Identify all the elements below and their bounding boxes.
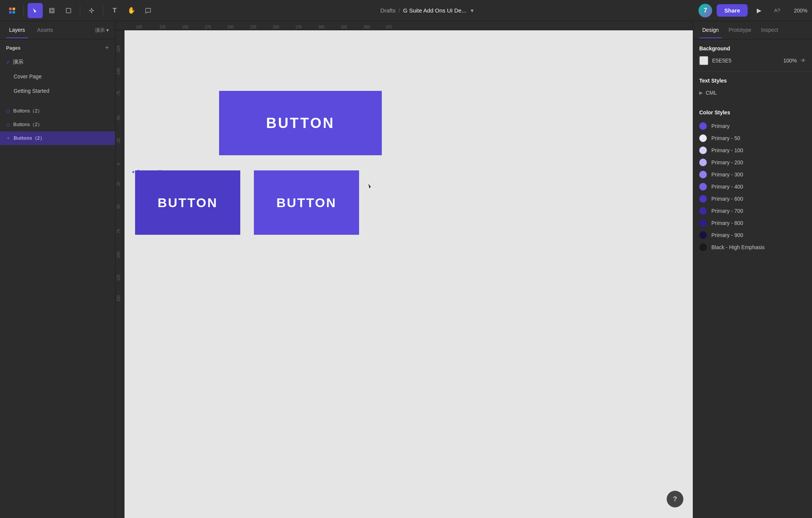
color-dot-primary-700 xyxy=(699,207,707,215)
comment-tool-button[interactable] xyxy=(140,3,156,18)
canvas-button-3[interactable]: BUTTON xyxy=(254,170,359,235)
page-yanshi-label: 演示 xyxy=(13,59,23,66)
floating-help-button[interactable]: ? xyxy=(667,491,683,507)
cml-label: CML xyxy=(706,90,717,96)
color-style-primary-600[interactable]: Primary - 600 xyxy=(699,193,806,205)
color-dot-primary-100 xyxy=(699,147,707,154)
svg-rect-7 xyxy=(50,11,51,12)
text-tool-button[interactable]: T xyxy=(107,3,122,18)
ruler-mark-375: 375 xyxy=(386,25,392,29)
breadcrumb-dropdown-arrow[interactable]: ▾ xyxy=(471,7,474,14)
color-dot-black-high xyxy=(699,243,707,251)
toolbar-sep-2 xyxy=(80,5,80,16)
layer-label-1: Buttons（2） xyxy=(13,121,42,128)
page-item-yanshi[interactable]: ✓ 演示 xyxy=(0,55,115,69)
page-item-getting-started[interactable]: Getting Started xyxy=(0,84,115,98)
ruler-left: -325 -100 -75 -50 -25 0 25 50 75 100 125… xyxy=(115,30,124,518)
ruler-mark-275: 275 xyxy=(296,25,302,29)
page-getting-started-label: Getting Started xyxy=(14,88,49,94)
color-style-primary-900[interactable]: Primary - 900 xyxy=(699,229,806,241)
layer-item-1[interactable]: ◇ Buttons（2） xyxy=(0,118,115,131)
color-dot-primary xyxy=(699,122,707,130)
visibility-toggle[interactable]: 👁 xyxy=(801,58,806,64)
color-style-primary-100[interactable]: Primary - 100 xyxy=(699,144,806,156)
cml-row[interactable]: ▶ CML xyxy=(699,88,806,97)
tab-prototype[interactable]: Prototype xyxy=(726,22,754,38)
layer-item-2[interactable]: ✦ Buttons（2） xyxy=(0,131,115,145)
help-button[interactable]: A? xyxy=(770,4,784,17)
background-opacity[interactable]: 100% xyxy=(783,58,797,64)
canvas-button-2[interactable]: BUTTON xyxy=(135,170,240,235)
background-color-swatch[interactable] xyxy=(699,56,708,65)
layers-section: ◇ Buttons（2） ◇ Buttons（2） ✦ Buttons（2） xyxy=(0,104,115,518)
app-menu-button[interactable] xyxy=(5,3,20,18)
color-style-black-high[interactable]: Black - High Emphasis xyxy=(699,241,806,253)
canvas-content[interactable]: BUTTON ✦ Buttons（2） BUTTON BUTTON xyxy=(124,30,693,518)
layer-item-0[interactable]: ◇ Buttons（2） xyxy=(0,104,115,118)
color-style-label-black-high: Black - High Emphasis xyxy=(711,244,765,250)
color-style-primary-50[interactable]: Primary - 50 xyxy=(699,132,806,144)
text-styles-title: Text Styles xyxy=(699,78,806,84)
toolbar-sep-1 xyxy=(23,5,24,16)
demo-label[interactable]: 演示 ▾ xyxy=(95,27,109,34)
canvas-area[interactable]: 100 125 150 175 200 225 250 275 300 325 … xyxy=(115,21,693,518)
color-dot-primary-50 xyxy=(699,134,707,142)
tab-assets[interactable]: Assets xyxy=(34,22,56,38)
pages-header: Pages + xyxy=(0,39,115,55)
ruler-mark-150: 150 xyxy=(182,25,188,29)
present-button[interactable]: ▶ xyxy=(752,4,766,17)
zoom-level[interactable]: 200% xyxy=(789,8,807,14)
ruler-mark-350: 350 xyxy=(364,25,370,29)
color-style-primary-400[interactable]: Primary - 400 xyxy=(699,181,806,193)
add-page-button[interactable]: + xyxy=(105,44,109,52)
page-item-cover[interactable]: Cover Page xyxy=(0,69,115,84)
diamond-icon-1: ◇ xyxy=(6,122,10,128)
shape-tool-button[interactable] xyxy=(61,3,76,18)
svg-rect-4 xyxy=(50,8,54,13)
right-panel: Design Prototype Inspect Background E5E5… xyxy=(693,21,812,518)
svg-rect-0 xyxy=(9,8,12,10)
canvas-cursor xyxy=(367,182,375,192)
cml-expand-arrow[interactable]: ▶ xyxy=(699,90,703,95)
ruler-numbers-top: 100 125 150 175 200 225 250 275 300 325 … xyxy=(124,21,693,30)
tab-layers[interactable]: Layers xyxy=(6,22,28,38)
toolbar-sep-3 xyxy=(103,5,103,16)
canvas-background xyxy=(124,30,693,518)
check-icon: ✓ xyxy=(6,59,11,65)
layer-label-0: Buttons（2） xyxy=(13,108,42,114)
tab-design[interactable]: Design xyxy=(699,22,722,38)
color-style-primary[interactable]: Primary xyxy=(699,120,806,132)
share-button[interactable]: Share xyxy=(717,4,748,17)
pen-tool-button[interactable] xyxy=(84,3,99,18)
color-style-label-primary: Primary xyxy=(711,123,730,129)
tab-inspect[interactable]: Inspect xyxy=(758,22,781,38)
color-style-label-primary-600: Primary - 600 xyxy=(711,196,743,202)
color-style-primary-800[interactable]: Primary - 800 xyxy=(699,217,806,229)
breadcrumb-title[interactable]: G Suite Add Ons UI De... xyxy=(403,7,466,14)
canvas-button-1[interactable]: BUTTON xyxy=(219,91,382,155)
svg-rect-6 xyxy=(52,9,53,10)
background-color-hex[interactable]: E5E5E5 xyxy=(712,58,779,64)
ruler-top: 100 125 150 175 200 225 250 275 300 325 … xyxy=(115,21,693,30)
background-row[interactable]: E5E5E5 100% 👁 xyxy=(699,56,806,65)
color-style-primary-300[interactable]: Primary - 300 xyxy=(699,169,806,181)
right-panel-tabs: Design Prototype Inspect xyxy=(693,21,812,39)
ruler-mark-125: 125 xyxy=(159,25,166,29)
color-dot-primary-900 xyxy=(699,231,707,239)
color-style-label-primary-400: Primary - 400 xyxy=(711,184,743,190)
star-icon-2: ✦ xyxy=(6,135,11,141)
svg-rect-8 xyxy=(52,11,53,12)
ruler-v-0: 0 xyxy=(117,163,121,165)
breadcrumb-separator: / xyxy=(398,7,400,14)
frame-tool-button[interactable] xyxy=(44,3,59,18)
color-style-primary-200[interactable]: Primary - 200 xyxy=(699,156,806,169)
color-style-label-primary-200: Primary - 200 xyxy=(711,159,743,165)
select-tool-button[interactable] xyxy=(28,3,43,18)
color-style-label-primary-50: Primary - 50 xyxy=(711,135,740,141)
panel-tabs: Layers Assets 演示 ▾ xyxy=(0,21,115,39)
hand-tool-button[interactable]: ✋ xyxy=(124,3,139,18)
breadcrumb-drafts[interactable]: Drafts xyxy=(380,7,395,14)
color-dot-primary-800 xyxy=(699,219,707,227)
toolbar-breadcrumb: Drafts / G Suite Add Ons UI De... ▾ xyxy=(157,7,697,14)
color-style-primary-700[interactable]: Primary - 700 xyxy=(699,205,806,217)
